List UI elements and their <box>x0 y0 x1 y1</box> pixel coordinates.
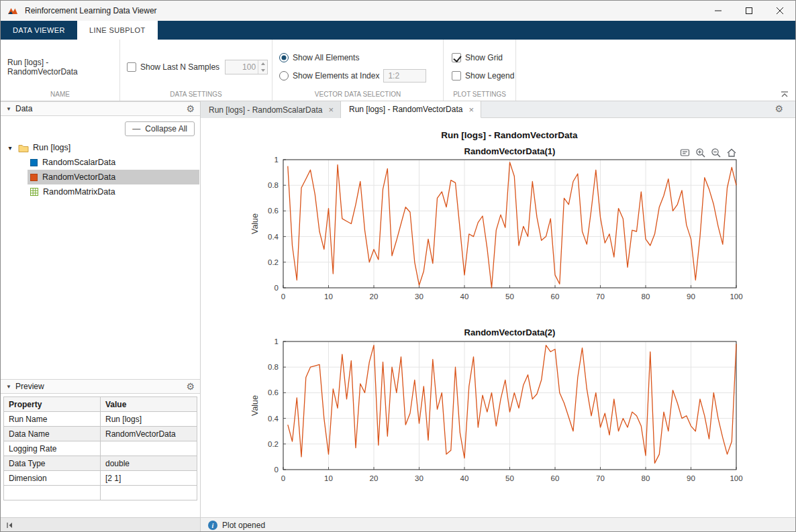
data-settings-section: Show Last N Samples 100 DATA SETTINGS <box>120 40 272 101</box>
collapse-all-icon: — <box>132 124 140 134</box>
vector-selection-label: VECTOR DATA SELECTION <box>272 91 443 98</box>
svg-text:0.8: 0.8 <box>268 363 279 371</box>
preview-col-value: Value <box>101 397 197 412</box>
subplot-1-axes[interactable]: 010203040506070809010000.20.40.60.81Valu… <box>248 154 744 310</box>
info-icon: i <box>208 521 217 530</box>
close-tab-icon[interactable]: × <box>328 105 334 115</box>
titlebar: Reinforcement Learning Data Viewer <box>1 1 795 21</box>
preview-table: Property Value Run Name Run [logs] Data … <box>3 396 197 500</box>
preview-row-empty <box>4 486 197 500</box>
preview-cell <box>101 486 197 500</box>
preview-panel-body: Property Value Run Name Run [logs] Data … <box>1 394 201 517</box>
tree-item-randomscalardata[interactable]: RandomScalarData <box>28 155 199 170</box>
figure-area: Run [logs] - RandomVectorData RandomVect… <box>201 118 795 517</box>
collapse-panel-caret-icon[interactable]: ▼ <box>6 106 14 112</box>
expand-caret-icon[interactable]: ▾ <box>6 144 14 152</box>
doc-tab-randomscalardata[interactable]: Run [logs] - RandomScalarData × <box>201 101 341 118</box>
preview-cell: double <box>101 456 197 471</box>
preview-cell <box>4 486 101 500</box>
svg-text:Value: Value <box>250 395 260 416</box>
left-panel-bottom-bar <box>1 517 201 532</box>
svg-text:40: 40 <box>460 292 469 301</box>
svg-text:70: 70 <box>596 474 605 482</box>
selected-data-name: Run [logs] - RandomVectorData <box>7 58 119 76</box>
preview-panel-header[interactable]: ▼ Preview ⚙ <box>1 379 201 394</box>
spinner-up-icon[interactable] <box>258 60 267 67</box>
close-button[interactable] <box>764 1 795 21</box>
preview-row-data-type[interactable]: Data Type double <box>4 456 197 471</box>
vector-data-icon <box>30 174 38 181</box>
tree-item-label: RandomMatrixData <box>43 187 115 197</box>
svg-text:0: 0 <box>275 466 279 474</box>
preview-cell: RandomVectorData <box>101 427 197 441</box>
svg-text:100: 100 <box>730 292 742 301</box>
preview-row-logging-rate[interactable]: Logging Rate <box>4 441 197 456</box>
preview-col-property: Property <box>4 397 101 412</box>
svg-text:1: 1 <box>275 156 279 164</box>
tree-item-run-logs[interactable]: ▾ Run [logs] <box>1 140 199 155</box>
app-window: Reinforcement Learning Data Viewer DATA … <box>0 0 796 532</box>
matlab-icon <box>7 5 18 16</box>
collapse-panel-caret-icon[interactable]: ▼ <box>6 384 14 390</box>
svg-text:50: 50 <box>505 474 514 482</box>
svg-text:50: 50 <box>505 292 514 301</box>
name-section: Run [logs] - RandomVectorData NAME <box>1 40 120 101</box>
figure-title: Run [logs] - RandomVectorData <box>281 130 738 140</box>
gear-icon[interactable]: ⚙ <box>775 104 783 113</box>
maximize-button[interactable] <box>734 1 764 21</box>
show-elements-at-index-label: Show Elements at Index <box>293 71 379 81</box>
svg-text:70: 70 <box>596 292 605 301</box>
svg-text:0: 0 <box>281 474 285 482</box>
close-tab-icon[interactable]: × <box>468 105 474 115</box>
preview-row-run-name[interactable]: Run Name Run [logs] <box>4 412 197 427</box>
doc-tab-label: Run [logs] - RandomVectorData <box>349 105 462 114</box>
folder-icon <box>18 144 29 152</box>
svg-text:40: 40 <box>460 474 469 482</box>
tree-item-label: RandomScalarData <box>42 158 115 167</box>
window-title: Reinforcement Learning Data Viewer <box>25 6 157 15</box>
show-last-n-checkbox[interactable] <box>127 62 136 72</box>
subplot-2-axes[interactable]: 010203040506070809010000.20.40.60.81Valu… <box>248 336 744 492</box>
svg-text:Value: Value <box>250 213 260 234</box>
tree-item-randomvectordata[interactable]: RandomVectorData <box>28 170 199 184</box>
collapse-toolstrip-button[interactable] <box>779 90 790 99</box>
collapse-left-panel-icon[interactable] <box>5 521 13 529</box>
preview-cell <box>101 441 197 456</box>
tab-line-subplot[interactable]: LINE SUBPLOT <box>77 21 158 40</box>
spinner-down-icon[interactable] <box>258 67 267 74</box>
svg-text:10: 10 <box>324 292 333 301</box>
tree-item-randommatrixdata[interactable]: RandomMatrixData <box>28 184 199 199</box>
last-n-spinner[interactable]: 100 <box>225 60 268 74</box>
preview-cell: Run Name <box>4 412 101 427</box>
svg-text:100: 100 <box>730 474 742 482</box>
name-section-label: NAME <box>1 91 119 98</box>
show-legend-label: Show Legend <box>465 71 514 81</box>
preview-cell: Dimension <box>4 471 101 486</box>
svg-text:0.2: 0.2 <box>268 440 279 448</box>
svg-text:90: 90 <box>687 292 695 301</box>
gear-icon[interactable]: ⚙ <box>186 382 195 391</box>
svg-text:80: 80 <box>642 292 650 301</box>
show-grid-checkbox[interactable] <box>452 53 461 62</box>
doc-tab-randomvectordata[interactable]: Run [logs] - RandomVectorData × <box>341 101 481 118</box>
preview-header-row: Property Value <box>4 397 197 412</box>
data-panel-header[interactable]: ▼ Data ⚙ <box>1 101 201 116</box>
data-tree-area: — Collapse All ▾ Run [logs] RandomScalar… <box>1 116 201 379</box>
preview-row-data-name[interactable]: Data Name RandomVectorData <box>4 427 197 441</box>
svg-text:0.2: 0.2 <box>268 258 279 266</box>
tab-data-viewer[interactable]: DATA VIEWER <box>1 21 77 40</box>
index-input[interactable]: 1:2 <box>383 69 426 83</box>
show-legend-checkbox[interactable] <box>452 71 461 81</box>
show-all-elements-radio[interactable] <box>279 53 289 62</box>
minimize-button[interactable] <box>703 1 734 21</box>
plot-settings-section: Show Grid Show Legend PLOT SETTINGS <box>444 40 516 101</box>
svg-text:10: 10 <box>324 474 333 482</box>
show-elements-at-index-radio[interactable] <box>279 71 289 81</box>
preview-cell: Data Name <box>4 427 101 441</box>
preview-row-dimension[interactable]: Dimension [2 1] <box>4 471 197 486</box>
svg-text:0: 0 <box>281 292 285 301</box>
collapse-all-button[interactable]: — Collapse All <box>125 121 195 136</box>
collapse-all-label: Collapse All <box>145 124 187 134</box>
gear-icon[interactable]: ⚙ <box>186 104 195 113</box>
svg-text:0.4: 0.4 <box>268 415 279 423</box>
